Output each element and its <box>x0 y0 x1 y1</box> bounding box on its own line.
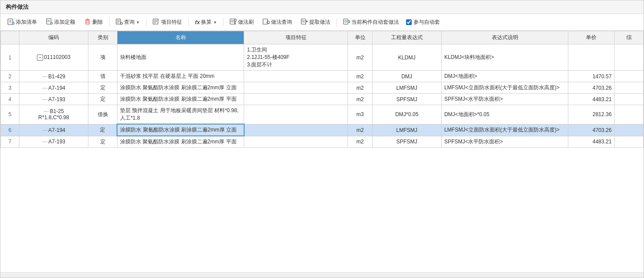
project-feature-label: 项目特征 <box>161 18 182 26</box>
table-row[interactable]: 6—A7-194定涂膜防水 聚氨酯防水涂膜 刷涂膜二遍2mm厚 立面m2LMFS… <box>1 124 644 136</box>
svg-rect-28 <box>230 19 234 24</box>
cell-total <box>615 124 644 136</box>
cell-unit: m2 <box>348 136 372 148</box>
cell-price <box>568 44 615 71</box>
cell-unit: m2 <box>348 44 372 71</box>
table-row[interactable]: 3—A7-194定涂膜防水 聚氨酯防水涂膜 刷涂膜二遍2mm厚 立面m2LMFS… <box>1 82 644 94</box>
cell-no: 7 <box>1 136 19 148</box>
cell-expr-desc: LMFSMJ<立面防水面积(大于最低立面防水高度)> <box>441 82 568 94</box>
cell-type: 定 <box>88 94 117 105</box>
cell-unit: m2 <box>348 124 372 136</box>
divider-4 <box>223 18 223 27</box>
indent-dash: — <box>44 108 49 114</box>
table-row[interactable]: 2—B1-429借干混砂浆 找平层 在硬基层上 平面 20mmm2DMJDMJ<… <box>1 71 644 82</box>
cell-name[interactable]: 涂膜防水 聚氨酯防水涂膜 刷涂膜二遍2mm厚 平面 <box>117 136 244 148</box>
col-header-expr: 工程量表达式 <box>372 31 441 44</box>
table-row[interactable]: 4—A7-193定涂膜防水 聚氨酯防水涂膜 刷涂膜二遍2mm厚 平面m2SPFS… <box>1 94 644 105</box>
cell-feature <box>244 71 348 82</box>
cell-type: 定 <box>88 82 117 94</box>
method-brush-button[interactable]: 做法刷 <box>226 17 257 28</box>
cell-total <box>615 82 644 94</box>
divider-1 <box>109 18 110 27</box>
project-feature-button[interactable]: 项目特征 <box>149 17 186 28</box>
svg-rect-34 <box>263 19 267 24</box>
convert-label: 换算 <box>201 18 212 26</box>
cell-type: 定 <box>88 136 117 148</box>
table-row[interactable]: 7—A7-193定涂膜防水 聚氨酯防水涂膜 刷涂膜二遍2mm厚 平面m2SPFS… <box>1 136 644 148</box>
table-header: 编码 类别 名称 项目特征 单位 工程量表达式 表达式说明 单价 综 <box>1 31 644 44</box>
cell-expr: KLDMJ <box>372 44 441 71</box>
cell-expr-desc: KLDMJ<块料地面积> <box>441 44 568 71</box>
auto-suit-checkbox-container: 参与自动套 <box>406 18 440 26</box>
svg-rect-31 <box>234 19 236 22</box>
col-header-unit: 单位 <box>348 31 372 44</box>
cell-name[interactable]: 涂膜防水 聚氨酯防水涂膜 刷涂膜二遍2mm厚 平面 <box>117 94 244 105</box>
svg-line-22 <box>122 24 122 24</box>
cell-name[interactable]: 块料楼地面 <box>117 44 244 71</box>
auto-method-label: 当前构件自动套做法 <box>351 18 399 26</box>
auto-method-button[interactable]: 当前构件自动套做法 <box>340 17 402 28</box>
table-container: 编码 类别 名称 项目特征 单位 工程量表达式 表达式说明 单价 综 1−011… <box>0 31 644 272</box>
collapse-icon[interactable]: − <box>37 55 43 61</box>
cell-feature <box>244 105 348 124</box>
cell-price: 4483.21 <box>568 94 615 105</box>
col-header-code: 编码 <box>19 31 88 44</box>
col-header-expr-desc: 表达式说明 <box>441 31 568 44</box>
cell-code: —A7-194 <box>19 124 88 136</box>
cell-unit: m2 <box>348 82 372 94</box>
query-button[interactable]: 查询 ▼ <box>112 17 143 28</box>
method-brush-label: 做法刷 <box>238 18 254 26</box>
delete-button[interactable]: 删除 <box>80 17 106 28</box>
indent-dash: — <box>42 139 48 145</box>
cell-name[interactable]: 干混砂浆 找平层 在硬基层上 平面 20mm <box>117 71 244 82</box>
cell-name[interactable]: 涂膜防水 聚氨酯防水涂膜 刷涂膜二遍2mm厚 立面 <box>117 124 244 136</box>
indent-dash: — <box>42 96 48 102</box>
cell-total <box>615 136 644 148</box>
indent-dash: — <box>42 73 48 80</box>
table-row[interactable]: 5—B1-25R*1.8,C*0.98借换垫层 预拌混凝土 用于地板采暖房间垫层… <box>1 105 644 124</box>
svg-line-36 <box>269 23 269 23</box>
main-window: 构件做法 添加清单 <box>0 0 644 278</box>
add-quota-button[interactable]: 添加定额 <box>42 17 79 28</box>
cell-name[interactable]: 垫层 预拌混凝土 用于地板采暖房间垫层 材料*0.98,人工*1.8 <box>117 105 244 124</box>
project-feature-icon <box>153 18 160 26</box>
toolbar: 添加清单 添加定额 <box>0 14 644 31</box>
add-quota-label: 添加定额 <box>54 18 75 26</box>
add-quota-icon <box>46 18 53 26</box>
convert-button[interactable]: fx 换算 ▼ <box>191 17 220 27</box>
cell-code: —B1-429 <box>19 71 88 82</box>
col-header-price: 单价 <box>568 31 615 44</box>
extract-method-button[interactable]: 提取做法 <box>297 17 334 28</box>
cell-price: 4703.26 <box>568 124 615 136</box>
indent-dash: — <box>42 127 48 133</box>
method-query-button[interactable]: 做法查询 <box>259 17 296 28</box>
cell-price: 4703.26 <box>568 82 615 94</box>
cell-expr: SPFSMJ <box>372 94 441 105</box>
cell-name[interactable]: 涂膜防水 聚氨酯防水涂膜 刷涂膜二遍2mm厚 立面 <box>117 82 244 94</box>
convert-arrow: ▼ <box>213 20 217 25</box>
cell-expr: LMFSMJ <box>372 82 441 94</box>
cell-no: 4 <box>1 94 19 105</box>
cell-unit: m2 <box>348 71 372 82</box>
query-arrow: ▼ <box>136 20 140 25</box>
cell-no: 5 <box>1 105 19 124</box>
add-list-button[interactable]: 添加清单 <box>4 17 40 28</box>
svg-rect-37 <box>301 19 306 24</box>
cell-code: —B1-25R*1.8,C*0.98 <box>19 105 88 124</box>
auto-suit-checkbox[interactable] <box>406 19 412 25</box>
cell-type: 项 <box>88 44 117 71</box>
cell-expr-desc: SPFSMJ<水平防水面积> <box>441 94 568 105</box>
cell-expr-desc: SPFSMJ<水平防水面积> <box>441 136 568 148</box>
cell-no: 6 <box>1 124 19 136</box>
method-query-label: 做法查询 <box>271 18 292 26</box>
indent-dash: — <box>42 85 48 91</box>
cell-price: 1470.57 <box>568 71 615 82</box>
cell-expr: LMFSMJ <box>372 124 441 136</box>
window-title: 构件做法 <box>6 4 29 10</box>
cell-expr: DMJ*0.05 <box>372 105 441 124</box>
table-row[interactable]: 1−011102003项块料楼地面1.卫生间 2.12J1-55-楼409F 3… <box>1 44 644 71</box>
col-header-name: 名称 <box>117 31 244 44</box>
auto-suit-label[interactable]: 参与自动套 <box>413 18 440 26</box>
cell-no: 3 <box>1 82 19 94</box>
delete-icon <box>84 18 91 26</box>
